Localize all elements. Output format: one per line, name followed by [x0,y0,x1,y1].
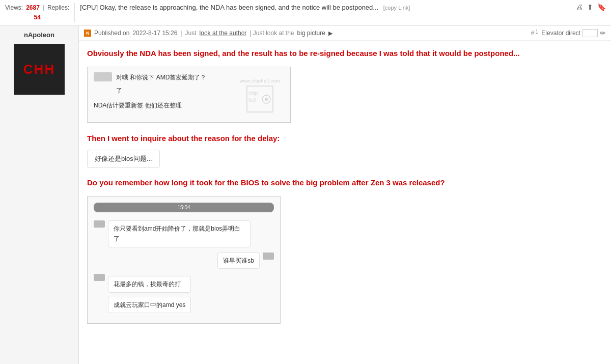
chat2-avatar2 [263,253,274,260]
chat2-msg3-line1: 花最多的钱，挨最毒的打 [108,276,191,292]
chat2-avatar1 [94,220,105,228]
chat-nda-text: NDA估计要重新签 他们还在整理 [94,100,284,110]
chat2-msg3-container: 花最多的钱，挨最毒的打 成就云玩家口中的amd yes [108,274,191,313]
elevator-input[interactable] [582,29,598,37]
big-picture-arrow: ▶ [328,30,332,37]
chat2-msg3-line2: 成就云玩家口中的amd yes [108,297,191,313]
chat-image-2: 15:04 你只要看到amd开始降价了，那就是bios弄明白了 谁早买谁sb [87,196,281,324]
just-text: Just [185,30,197,37]
chat2-row2-wrapper: 谁早买谁sb [94,253,274,269]
post-question: Do you remember how long it took for the… [87,177,603,189]
post-headline: Obviously the NDA has been signed, and t… [87,48,603,60]
post-date: 2022-8-17 15:26 [132,30,177,37]
elevator-section: # 1 Elevator direct ✏ [531,29,606,37]
chat2-msg1: 你只要看到amd开始降价了，那就是bios弄明白了 [108,220,251,247]
nav-icon[interactable]: 🔖 [597,3,606,11]
chat-text-1b: 了 [116,86,284,96]
chat2-msg2: 谁早买谁sb [217,253,260,269]
bios-bubble: 好像还是bios问题... [87,150,160,168]
copy-link[interactable]: [copy Link] [383,5,410,11]
post-number-value: 1 [535,29,538,35]
username: nApoleon [24,31,54,39]
elevator-go-icon[interactable]: ✏ [600,29,606,37]
just-look-text: | Just look at the [249,30,294,37]
up-icon[interactable]: ⬆ [587,3,593,11]
chat-row-1: 对哦 和你说下 AMD首发延期了？ [94,72,284,82]
page-wrapper: Views: 2687 | Replies: 54 [CPU] Okay, th… [0,0,611,364]
avatar-text: CHH [23,62,55,77]
post-number-hash: # [531,30,534,37]
post-type-icon: N [84,30,91,37]
thread-icons: 🖨 ⬆ 🔖 [576,3,606,11]
chat-avatar-1 [94,72,112,81]
user-sidebar: nApoleon CHH [0,26,79,364]
views-label: Views: [5,3,23,13]
post-meta: N Published on 2022-8-17 15:26 | Just lo… [79,26,611,41]
replies-label: Replies: [47,3,69,13]
post-content: N Published on 2022-8-17 15:26 | Just lo… [79,26,611,364]
views-replies: Views: 2687 | Replies: 54 [5,3,75,22]
post-body: Obviously the NDA has been signed, and t… [79,41,611,331]
avatar: CHH [14,44,65,95]
post-subheadline: Then I went to inquire about the reason … [87,132,603,145]
chat-text-1: 对哦 和你说下 AMD首发延期了？ [116,72,206,82]
time-badge-wrapper: 15:04 [94,202,274,216]
big-picture-link[interactable]: big picture [297,30,325,37]
chat2-row3: 花最多的钱，挨最毒的打 成就云玩家口中的amd yes [94,274,274,313]
replies-count: 54 [34,14,40,21]
print-icon[interactable]: 🖨 [576,3,583,11]
published-label: Published on [94,30,129,37]
chat2-row1: 你只要看到amd开始降价了，那就是bios弄明白了 [94,220,274,247]
thread-title-bar: [CPU] Okay, the release is approaching, … [80,3,606,11]
meta-sep1: | [180,30,182,37]
top-bar: Views: 2687 | Replies: 54 [CPU] Okay, th… [0,0,611,26]
time-badge: 15:04 [94,203,274,212]
thread-title: [CPU] Okay, the release is approaching, … [80,4,378,11]
views-count: 2687 [26,3,40,13]
chat2-avatar3 [94,274,105,281]
look-author-link[interactable]: look at the author [200,30,247,37]
content-area: nApoleon CHH N Published on 2022-8-17 15… [0,26,611,364]
separator: | [43,3,44,13]
chat-image-1: 对哦 和你说下 AMD首发延期了？ 了 NDA估计要重新签 他们还在整理 www… [87,67,291,123]
elevator-label: Elevator direct [541,30,580,37]
